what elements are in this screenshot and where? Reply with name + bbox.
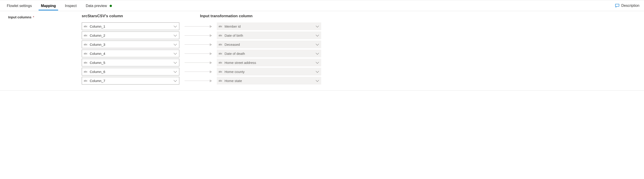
chevron-down-icon: [316, 79, 319, 82]
tab-data-preview[interactable]: Data preview: [81, 1, 117, 10]
source-column-value: Column_6: [90, 70, 174, 74]
mapping-arrow-cell: [179, 72, 217, 72]
tab-data-preview-label: Data preview: [86, 4, 107, 8]
source-column-dropdown[interactable]: abcColumn_7: [82, 77, 179, 85]
input-columns-label-text: Input columns: [8, 15, 32, 19]
arrow-right-icon: [184, 62, 212, 63]
chevron-down-icon: [174, 70, 177, 73]
mapping-row: abcColumn_2abcDate of birth: [61, 31, 635, 39]
type-indicator: abc: [218, 52, 222, 55]
arrow-right-icon: [184, 44, 212, 45]
chevron-down-icon: [174, 33, 177, 36]
tab-flowlet-settings[interactable]: Flowlet settings: [2, 1, 36, 10]
arrow-right-icon: [184, 26, 212, 26]
input-columns-label: Input columns *: [0, 14, 61, 90]
type-indicator: abc: [218, 70, 222, 73]
source-column-dropdown[interactable]: abcColumn_6: [82, 68, 179, 75]
chevron-down-icon: [174, 60, 177, 64]
source-column-header: srcStarsCSV's column: [61, 14, 161, 18]
type-indicator: abc: [84, 61, 88, 64]
description-button[interactable]: Description: [613, 4, 642, 8]
type-indicator: abc: [218, 61, 222, 64]
target-column-value: Date of birth: [224, 33, 316, 37]
data-preview-status-dot: [110, 5, 112, 7]
source-column-value: Column_7: [90, 79, 174, 83]
mapping-arrow-cell: [179, 44, 217, 45]
source-column-value: Column_1: [90, 24, 174, 28]
type-indicator: abc: [84, 25, 88, 28]
target-column-header: Input transformation column: [199, 14, 303, 18]
tabs-row: Flowlet settings Mapping Inspect Data pr…: [0, 0, 644, 11]
mapping-row: abcColumn_6abcHome county: [61, 68, 635, 75]
description-label: Description: [621, 4, 640, 8]
source-column-value: Column_2: [90, 33, 174, 37]
mapping-row: abcColumn_7abcHome state: [61, 77, 635, 85]
mapping-area: srcStarsCSV's column Input transformatio…: [61, 14, 644, 90]
chevron-down-icon: [316, 60, 319, 64]
chevron-down-icon: [316, 70, 319, 73]
source-column-dropdown[interactable]: abcColumn_4: [82, 50, 179, 57]
chevron-down-icon: [174, 51, 177, 55]
type-indicator: abc: [84, 43, 88, 46]
chevron-down-icon: [316, 24, 319, 27]
mapping-arrow-cell: [179, 62, 217, 63]
arrow-right-icon: [184, 81, 212, 81]
mapping-headers: srcStarsCSV's column Input transformatio…: [61, 14, 635, 18]
target-column-dropdown[interactable]: abcHome street address: [217, 59, 321, 66]
mapping-row: abcColumn_5abcHome street address: [61, 59, 635, 66]
source-column-value: Column_5: [90, 61, 174, 65]
arrow-right-icon: [184, 53, 212, 54]
target-column-value: Home street address: [224, 61, 316, 65]
comment-icon: [615, 4, 620, 8]
mapping-body: Input columns * srcStarsCSV's column Inp…: [0, 11, 644, 90]
target-column-dropdown[interactable]: abcMember id: [217, 22, 321, 30]
source-column-dropdown[interactable]: abcColumn_1: [82, 22, 179, 30]
chevron-down-icon: [174, 79, 177, 82]
source-column-value: Column_4: [90, 52, 174, 55]
type-indicator: abc: [218, 34, 222, 37]
target-column-value: Home county: [224, 70, 316, 74]
mapping-arrow-cell: [179, 26, 217, 26]
required-indicator: *: [33, 15, 34, 19]
type-indicator: abc: [84, 80, 88, 82]
mapping-rows: abcColumn_1abcMember idabcColumn_2abcDat…: [61, 22, 635, 86]
target-column-dropdown[interactable]: abcHome county: [217, 68, 321, 75]
mapping-panel: Flowlet settings Mapping Inspect Data pr…: [0, 0, 644, 91]
type-indicator: abc: [218, 25, 222, 28]
chevron-down-icon: [316, 51, 319, 55]
source-column-value: Column_3: [90, 43, 174, 46]
type-indicator: abc: [84, 34, 88, 37]
source-column-dropdown[interactable]: abcColumn_5: [82, 59, 179, 66]
target-column-dropdown[interactable]: abcHome state: [217, 77, 321, 85]
type-indicator: abc: [84, 70, 88, 73]
source-column-dropdown[interactable]: abcColumn_3: [82, 40, 179, 48]
target-column-value: Home state: [224, 79, 316, 83]
type-indicator: abc: [218, 43, 222, 46]
target-column-dropdown[interactable]: abcDeceased: [217, 40, 321, 48]
target-column-dropdown[interactable]: abcDate of birth: [217, 31, 321, 39]
mapping-arrow-cell: [179, 53, 217, 54]
target-column-dropdown[interactable]: abcDate of death: [217, 50, 321, 57]
target-column-value: Deceased: [224, 43, 316, 46]
source-column-dropdown[interactable]: abcColumn_2: [82, 31, 179, 39]
target-column-value: Date of death: [224, 52, 316, 55]
mapping-row: abcColumn_1abcMember id: [61, 22, 635, 30]
chevron-down-icon: [174, 42, 177, 45]
arrow-right-icon: [184, 72, 212, 72]
chevron-down-icon: [316, 42, 319, 45]
type-indicator: abc: [218, 80, 222, 82]
mapping-arrow-cell: [179, 81, 217, 81]
mapping-row: abcColumn_3abcDeceased: [61, 40, 635, 48]
tab-inspect[interactable]: Inspect: [60, 1, 81, 10]
target-column-value: Member id: [224, 24, 316, 28]
mapping-row: abcColumn_4abcDate of death: [61, 50, 635, 57]
type-indicator: abc: [84, 52, 88, 55]
chevron-down-icon: [316, 33, 319, 36]
chevron-down-icon: [174, 24, 177, 27]
tab-mapping[interactable]: Mapping: [36, 1, 60, 10]
